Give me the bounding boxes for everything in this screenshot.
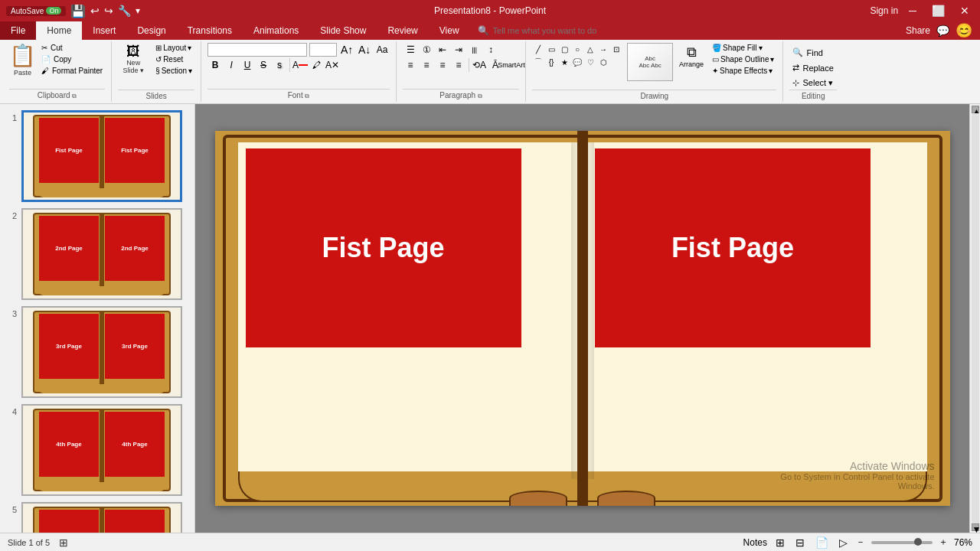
tab-home[interactable]: Home — [36, 21, 82, 40]
slide-thumb-3[interactable]: 3rd Page 3rd Page — [21, 306, 182, 398]
autosave-toggle[interactable]: On — [46, 7, 61, 15]
shape-rect[interactable]: ▭ — [545, 43, 557, 55]
find-button[interactable]: 🔍 Find — [789, 46, 825, 59]
clear-format-button[interactable]: A✕ — [325, 58, 340, 72]
quick-styles-button[interactable]: AbcAbc Abc — [627, 43, 673, 81]
comments-icon[interactable]: 💬 — [936, 24, 949, 37]
slide-item-4[interactable]: 4 4th Page 4th Page — [5, 404, 190, 496]
font-size-decrease[interactable]: A↓ — [357, 43, 372, 57]
slide-item-5[interactable]: 5 5th Page 5th Page — [5, 502, 190, 533]
shape-outline-button[interactable]: ▭Shape Outline▾ — [710, 54, 776, 64]
customize-icon[interactable]: 🔧 — [118, 5, 131, 17]
increase-indent[interactable]: ⇥ — [451, 43, 466, 57]
align-left[interactable]: ≡ — [403, 58, 418, 72]
highlight-button[interactable]: 🖍 — [309, 58, 324, 72]
slideshow-icon[interactable]: ▷ — [837, 536, 850, 549]
slide-thumb-4[interactable]: 4th Page 4th Page — [21, 404, 182, 496]
shape-callout[interactable]: 💬 — [571, 56, 583, 68]
redo-icon[interactable]: ↪ — [104, 5, 113, 17]
scroll-up-button[interactable]: ▲ — [972, 106, 979, 113]
shape-bracket[interactable]: {} — [545, 56, 557, 68]
reset-button[interactable]: ↺Reset — [153, 54, 194, 64]
shape-oval[interactable]: ○ — [571, 43, 583, 55]
select-button[interactable]: ⊹ Select ▾ — [789, 77, 836, 90]
shape-triangle[interactable]: △ — [584, 43, 596, 55]
tab-view[interactable]: View — [429, 21, 470, 40]
tab-review[interactable]: Review — [377, 21, 428, 40]
undo-icon[interactable]: ↩ — [90, 5, 100, 17]
search-input[interactable] — [493, 26, 646, 35]
more-icon[interactable]: ▾ — [136, 5, 140, 16]
align-right[interactable]: ≡ — [435, 58, 450, 72]
replace-button[interactable]: ⇄ Replace — [789, 61, 836, 74]
shape-heart[interactable]: ♡ — [584, 56, 596, 68]
zoom-slider[interactable] — [871, 541, 933, 544]
arrange-button[interactable]: ⧉ Arrange — [676, 43, 707, 70]
tab-transitions[interactable]: Transitions — [177, 21, 243, 40]
font-size-input[interactable]: 66 — [309, 43, 337, 57]
right-scrollbar[interactable]: ▲ ▼ — [969, 104, 980, 533]
zoom-in-icon[interactable]: ＋ — [939, 536, 948, 549]
shape-hexagon[interactable]: ⬡ — [597, 56, 609, 68]
strikethrough-button[interactable]: S — [256, 58, 271, 72]
shape-more[interactable]: ⊡ — [610, 43, 622, 55]
tab-insert[interactable]: Insert — [82, 21, 126, 40]
font-size-increase[interactable]: A↑ — [339, 43, 354, 57]
shape-line[interactable]: ╱ — [532, 43, 544, 55]
slide-fit-icon[interactable]: ⊞ — [59, 536, 68, 549]
cut-button[interactable]: ✂Cut — [39, 43, 105, 53]
slide-item-2[interactable]: 2 2nd Page 2nd Page — [5, 208, 190, 300]
save-icon[interactable]: 💾 — [70, 4, 86, 18]
reading-view-icon[interactable]: 📄 — [813, 536, 831, 549]
slide-sorter-icon[interactable]: ⊟ — [793, 536, 807, 549]
slide-thumb-5[interactable]: 5th Page 5th Page — [21, 502, 182, 533]
font-name-input[interactable] — [207, 43, 307, 57]
autosave-indicator[interactable]: AutoSave On — [6, 6, 66, 16]
notes-button[interactable]: Notes — [743, 537, 767, 548]
slide-thumb-2[interactable]: 2nd Page 2nd Page — [21, 208, 182, 300]
copy-button[interactable]: 📄Copy — [39, 54, 105, 64]
bold-button[interactable]: B — [207, 58, 223, 72]
shape-curve[interactable]: ⌒ — [532, 56, 544, 68]
zoom-out-icon[interactable]: － — [856, 536, 865, 549]
normal-view-icon[interactable]: ⊞ — [773, 536, 787, 549]
scroll-down-button[interactable]: ▼ — [972, 523, 979, 531]
close-button[interactable]: ✕ — [956, 3, 974, 18]
shape-round-rect[interactable]: ▢ — [558, 43, 570, 55]
slide-item-3[interactable]: 3 3rd Page 3rd Page — [5, 306, 190, 398]
slide-thumb-1[interactable]: Fist Page Fist Page — [21, 110, 182, 202]
minimize-button[interactable]: ─ — [904, 3, 921, 18]
section-button[interactable]: §Section▾ — [153, 66, 194, 76]
tab-file[interactable]: File — [0, 21, 36, 40]
shape-fill-button[interactable]: 🪣Shape Fill▾ — [710, 43, 776, 53]
change-case-button[interactable]: Aa — [374, 43, 390, 57]
line-spacing-button[interactable]: ↕ — [483, 43, 498, 57]
columns-button[interactable]: ⫼ — [467, 43, 482, 57]
share-button[interactable]: Share — [906, 25, 930, 36]
zoom-level[interactable]: 76% — [954, 537, 972, 548]
slide-item-1[interactable]: 1 Fist Page Fist Page — [5, 110, 190, 202]
shape-arrow[interactable]: → — [597, 43, 609, 55]
layout-button[interactable]: ⊞Layout▾ — [153, 43, 194, 53]
paste-button[interactable]: 📋 Paste — [9, 43, 36, 77]
numbering-button[interactable]: ① — [419, 43, 434, 57]
tab-animations[interactable]: Animations — [243, 21, 309, 40]
font-color-button[interactable]: A — [292, 58, 308, 72]
format-painter-button[interactable]: 🖌Format Painter — [39, 66, 105, 76]
canvas-area[interactable]: Fist Page Fist Page — [195, 104, 969, 533]
restore-button[interactable]: ⬜ — [927, 3, 949, 18]
justify[interactable]: ≡ — [451, 58, 466, 72]
bullets-button[interactable]: ☰ — [403, 43, 418, 57]
shape-star[interactable]: ★ — [558, 56, 570, 68]
shadow-button[interactable]: s — [272, 58, 287, 72]
smartart-convert[interactable]: SmartArt — [504, 58, 519, 72]
align-center[interactable]: ≡ — [419, 58, 434, 72]
italic-button[interactable]: I — [224, 58, 239, 72]
new-slide-button[interactable]: 🖼 NewSlide ▾ — [118, 43, 149, 76]
account-icon[interactable]: 😊 — [956, 22, 972, 39]
underline-button[interactable]: U — [240, 58, 255, 72]
tab-design[interactable]: Design — [126, 21, 176, 40]
sign-in-button[interactable]: Sign in — [870, 5, 898, 16]
tab-slideshow[interactable]: Slide Show — [309, 21, 377, 40]
text-direction[interactable]: ⟲A — [472, 58, 487, 72]
